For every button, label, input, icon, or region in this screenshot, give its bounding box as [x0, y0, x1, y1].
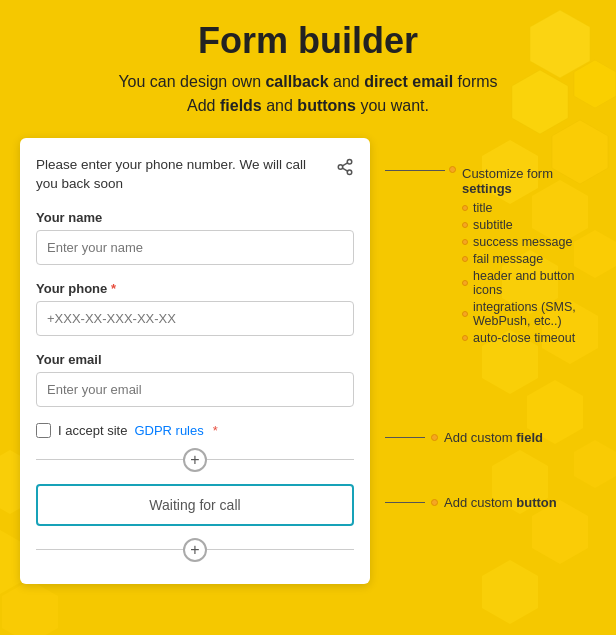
- svg-line-23: [342, 163, 347, 166]
- add-field-row-bottom: +: [36, 538, 354, 562]
- custom-button-prefix: Add custom: [444, 495, 516, 510]
- add-line-right: [207, 459, 354, 460]
- gdpr-checkbox[interactable]: [36, 423, 51, 438]
- list-item: subtitle: [462, 218, 596, 232]
- settings-item-4: fail message: [473, 252, 543, 266]
- list-item: success message: [462, 235, 596, 249]
- settings-annotation-prefix: Customize form: [462, 166, 553, 181]
- custom-field-annotation: Add custom field: [385, 430, 596, 445]
- list-item: header and button icons: [462, 269, 596, 297]
- settings-sub-list: title subtitle success message fail: [462, 201, 596, 345]
- right-annotations-panel: Customize form settings title subtitle: [385, 138, 596, 510]
- gdpr-link[interactable]: GDPR rules: [134, 423, 203, 438]
- settings-item-1: title: [473, 201, 492, 215]
- gdpr-row: I accept site GDPR rules *: [36, 423, 354, 438]
- page-subtitle: You can design own callback and direct e…: [20, 70, 596, 118]
- form-header-text: Please enter your phone number. We will …: [36, 156, 328, 194]
- email-field-group: Your email: [36, 352, 354, 419]
- submit-button[interactable]: Waiting for call: [36, 484, 354, 526]
- email-label: Your email: [36, 352, 354, 367]
- add-line-left: [36, 459, 183, 460]
- form-card: Please enter your phone number. We will …: [20, 138, 370, 584]
- list-item: integrations (SMS, WebPush, etc..): [462, 300, 596, 328]
- settings-annotation-bold: settings: [462, 181, 512, 196]
- phone-required-star: *: [111, 281, 116, 296]
- add-field-button-bottom[interactable]: +: [183, 538, 207, 562]
- settings-item-5: header and button icons: [473, 269, 596, 297]
- name-field-group: Your name: [36, 210, 354, 277]
- svg-line-22: [342, 168, 347, 171]
- add-line-bottom-left: [36, 549, 183, 550]
- list-item: fail message: [462, 252, 596, 266]
- phone-input[interactable]: [36, 301, 354, 336]
- plus-icon-top: +: [190, 451, 199, 469]
- custom-field-prefix: Add custom: [444, 430, 516, 445]
- custom-button-bold: button: [516, 495, 556, 510]
- list-item: auto-close timeout: [462, 331, 596, 345]
- list-item: title: [462, 201, 596, 215]
- gdpr-required-star: *: [213, 423, 218, 438]
- settings-item-6: integrations (SMS, WebPush, etc..): [473, 300, 596, 328]
- phone-field-group: Your phone *: [36, 281, 354, 348]
- gdpr-text: I accept site: [58, 423, 127, 438]
- email-input[interactable]: [36, 372, 354, 407]
- phone-label: Your phone *: [36, 281, 354, 296]
- name-label: Your name: [36, 210, 354, 225]
- add-field-button-top[interactable]: +: [183, 448, 207, 472]
- custom-field-bold: field: [516, 430, 543, 445]
- plus-icon-bottom: +: [190, 541, 199, 559]
- settings-icon[interactable]: [336, 158, 354, 180]
- form-header: Please enter your phone number. We will …: [36, 156, 354, 194]
- custom-button-annotation: Add custom button: [385, 495, 596, 510]
- settings-item-7: auto-close timeout: [473, 331, 575, 345]
- settings-item-3: success message: [473, 235, 572, 249]
- add-field-row-top: +: [36, 448, 354, 472]
- settings-annotation: Customize form settings title subtitle: [385, 166, 596, 348]
- page-title: Form builder: [20, 20, 596, 62]
- add-line-bottom-right: [207, 549, 354, 550]
- settings-item-2: subtitle: [473, 218, 513, 232]
- name-input[interactable]: [36, 230, 354, 265]
